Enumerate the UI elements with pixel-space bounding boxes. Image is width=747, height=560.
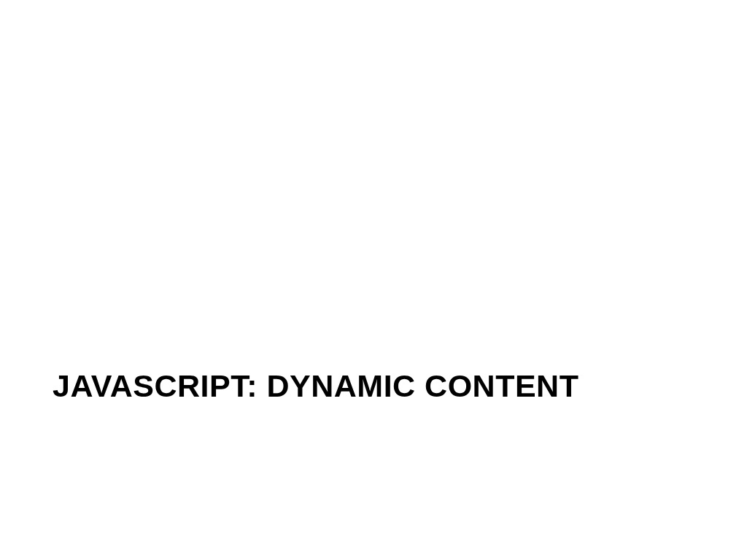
slide-title: JAVASCRIPT: DYNAMIC CONTENT [53,368,578,404]
